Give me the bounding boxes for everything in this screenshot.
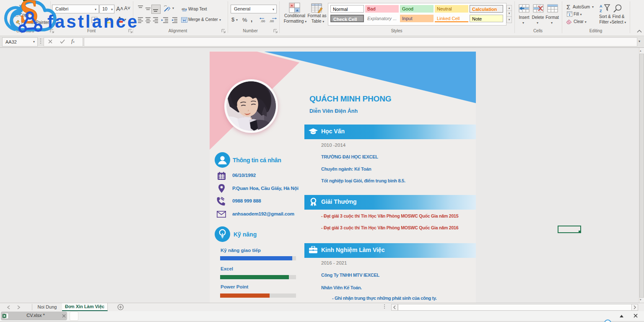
svg-text:fastlance: fastlance <box>47 12 139 31</box>
svg-text:ab: ab <box>182 7 185 11</box>
svg-text:.00: .00 <box>269 19 274 23</box>
svg-text:Z: Z <box>600 9 602 13</box>
svg-text:A: A <box>600 4 602 8</box>
svg-text:.00: .00 <box>260 19 265 23</box>
